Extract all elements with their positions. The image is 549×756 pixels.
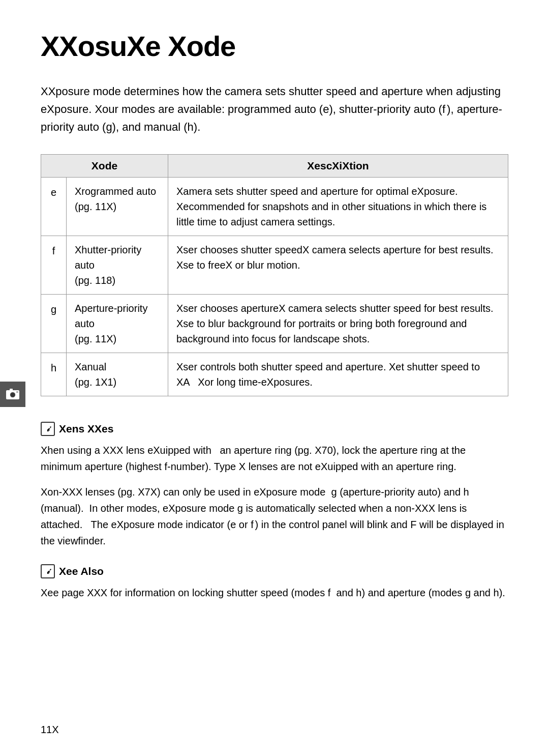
mode-name-e: Xrogrammed auto(pg. 11X) [67, 178, 168, 236]
table-row: g Aperture-priority auto(pg. 11X) Xser c… [41, 295, 508, 353]
table-header-desc: XescXiXtion [168, 155, 508, 178]
table-row: f Xhutter-priority auto(pg. 118) Xser ch… [41, 236, 508, 295]
svg-point-2 [11, 393, 15, 397]
svg-rect-3 [10, 389, 13, 391]
lens-note-section: 𝒾 Xens XXes Xhen using a XXX lens eXuipp… [41, 422, 508, 549]
mode-letter-g: g [41, 295, 67, 353]
lens-note-para2: Xon-XXX lenses (pg. X7X) can only be use… [41, 484, 508, 549]
table-header-mode: Xode [41, 155, 168, 178]
note-icon-lens: 𝒾 [41, 422, 55, 436]
see-also-section: 𝒾 Xee Also Xee page XXX for information … [41, 564, 508, 601]
page-container: XXosuXe Xode XXposure mode determines ho… [0, 0, 549, 756]
lens-note-title: 𝒾 Xens XXes [41, 422, 508, 436]
see-also-text: Xee page XXX for information on locking … [41, 585, 508, 601]
mode-name-g: Aperture-priority auto(pg. 11X) [67, 295, 168, 353]
mode-desc-h: Xser controls both shutter speed and ape… [168, 353, 508, 396]
svg-rect-4 [16, 391, 18, 393]
page-number: 11X [41, 724, 59, 736]
intro-paragraph: XXposure mode determines how the camera … [41, 82, 508, 136]
mode-name-h: Xanual(pg. 1X1) [67, 353, 168, 396]
sidebar-camera-icon [0, 382, 25, 407]
lens-note-para1: Xhen using a XXX lens eXuipped with an a… [41, 442, 508, 475]
mode-letter-e: e [41, 178, 67, 236]
see-also-title-text: Xee Also [59, 565, 104, 577]
page-title: XXosuXe Xode [41, 31, 508, 62]
table-row: e Xrogrammed auto(pg. 11X) Xamera sets s… [41, 178, 508, 236]
mode-table: Xode XescXiXtion e Xrogrammed auto(pg. 1… [41, 154, 508, 396]
mode-desc-e: Xamera sets shutter speed and aperture f… [168, 178, 508, 236]
note-icon-see-also: 𝒾 [41, 564, 55, 578]
mode-desc-g: Xser chooses apertureX camera selects sh… [168, 295, 508, 353]
mode-letter-h: h [41, 353, 67, 396]
mode-letter-f: f [41, 236, 67, 295]
mode-name-f: Xhutter-priority auto(pg. 118) [67, 236, 168, 295]
table-row: h Xanual(pg. 1X1) Xser controls both shu… [41, 353, 508, 396]
see-also-title: 𝒾 Xee Also [41, 564, 508, 578]
mode-desc-f: Xser chooses shutter speedX camera selec… [168, 236, 508, 295]
lens-note-title-text: Xens XXes [59, 423, 113, 435]
